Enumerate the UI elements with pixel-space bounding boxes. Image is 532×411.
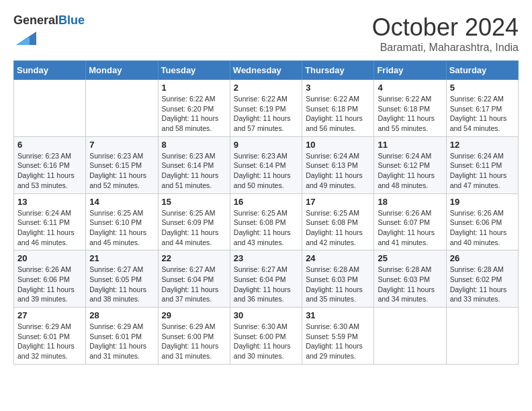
day-number: 13 (17, 197, 82, 207)
calendar-cell: 3Sunrise: 6:22 AM Sunset: 6:18 PM Daylig… (302, 80, 374, 137)
day-number: 8 (162, 140, 226, 150)
day-info: Sunrise: 6:24 AM Sunset: 6:11 PM Dayligh… (17, 208, 82, 248)
calendar-cell: 26Sunrise: 6:28 AM Sunset: 6:02 PM Dayli… (446, 250, 518, 308)
day-info: Sunrise: 6:25 AM Sunset: 6:09 PM Dayligh… (162, 208, 226, 248)
day-info: Sunrise: 6:24 AM Sunset: 6:12 PM Dayligh… (378, 151, 442, 191)
calendar-cell (14, 80, 86, 137)
day-number: 14 (89, 197, 154, 207)
page-header: GeneralBlue October 2024 Baramati, Mahar… (13, 13, 519, 54)
day-info: Sunrise: 6:23 AM Sunset: 6:14 PM Dayligh… (162, 151, 226, 191)
day-info: Sunrise: 6:26 AM Sunset: 6:07 PM Dayligh… (378, 208, 442, 248)
calendar-cell: 22Sunrise: 6:27 AM Sunset: 6:04 PM Dayli… (158, 250, 230, 308)
day-number: 18 (378, 197, 442, 207)
day-number: 2 (234, 83, 298, 93)
logo-blue: Blue (58, 13, 85, 27)
calendar-cell: 18Sunrise: 6:26 AM Sunset: 6:07 PM Dayli… (374, 193, 446, 250)
calendar-cell: 31Sunrise: 6:30 AM Sunset: 5:59 PM Dayli… (302, 308, 374, 365)
calendar-cell: 7Sunrise: 6:23 AM Sunset: 6:15 PM Daylig… (86, 136, 158, 193)
day-info: Sunrise: 6:30 AM Sunset: 6:00 PM Dayligh… (234, 322, 298, 361)
day-number: 1 (162, 83, 226, 93)
header-wednesday: Wednesday (230, 61, 302, 80)
day-number: 12 (450, 140, 515, 150)
day-number: 7 (89, 140, 154, 150)
calendar-cell (374, 308, 446, 365)
calendar-cell: 2Sunrise: 6:22 AM Sunset: 6:19 PM Daylig… (230, 80, 302, 137)
day-info: Sunrise: 6:28 AM Sunset: 6:02 PM Dayligh… (450, 265, 515, 304)
day-number: 20 (17, 253, 82, 263)
day-number: 29 (162, 310, 226, 320)
calendar-header-row: SundayMondayTuesdayWednesdayThursdayFrid… (14, 61, 519, 80)
calendar-week-row: 1Sunrise: 6:22 AM Sunset: 6:20 PM Daylig… (14, 80, 519, 137)
calendar-cell: 12Sunrise: 6:24 AM Sunset: 6:11 PM Dayli… (446, 136, 518, 193)
calendar-cell: 6Sunrise: 6:23 AM Sunset: 6:16 PM Daylig… (14, 136, 86, 193)
calendar-week-row: 6Sunrise: 6:23 AM Sunset: 6:16 PM Daylig… (14, 136, 519, 193)
day-number: 15 (162, 197, 226, 207)
day-info: Sunrise: 6:22 AM Sunset: 6:18 PM Dayligh… (378, 94, 442, 134)
day-number: 23 (234, 253, 298, 263)
day-number: 30 (234, 310, 298, 320)
day-number: 17 (306, 197, 370, 207)
calendar-week-row: 20Sunrise: 6:26 AM Sunset: 6:06 PM Dayli… (14, 250, 519, 308)
title-block: October 2024 Baramati, Maharashtra, Indi… (372, 13, 519, 54)
header-monday: Monday (86, 61, 158, 80)
logo-general: General (13, 13, 58, 27)
day-info: Sunrise: 6:22 AM Sunset: 6:18 PM Dayligh… (306, 94, 370, 134)
day-number: 25 (378, 253, 442, 263)
calendar-cell: 1Sunrise: 6:22 AM Sunset: 6:20 PM Daylig… (158, 80, 230, 137)
calendar-cell: 10Sunrise: 6:24 AM Sunset: 6:13 PM Dayli… (302, 136, 374, 193)
day-number: 21 (89, 253, 154, 263)
day-info: Sunrise: 6:30 AM Sunset: 5:59 PM Dayligh… (306, 322, 370, 361)
day-info: Sunrise: 6:22 AM Sunset: 6:19 PM Dayligh… (234, 94, 298, 134)
calendar-cell: 21Sunrise: 6:27 AM Sunset: 6:05 PM Dayli… (86, 250, 158, 308)
day-info: Sunrise: 6:29 AM Sunset: 6:01 PM Dayligh… (89, 322, 154, 361)
calendar-cell: 30Sunrise: 6:30 AM Sunset: 6:00 PM Dayli… (230, 308, 302, 365)
day-info: Sunrise: 6:28 AM Sunset: 6:03 PM Dayligh… (378, 265, 442, 304)
day-info: Sunrise: 6:23 AM Sunset: 6:14 PM Dayligh… (234, 151, 298, 191)
calendar-cell: 28Sunrise: 6:29 AM Sunset: 6:01 PM Dayli… (86, 308, 158, 365)
logo: GeneralBlue (13, 13, 85, 51)
calendar-cell: 25Sunrise: 6:28 AM Sunset: 6:03 PM Dayli… (374, 250, 446, 308)
day-number: 16 (234, 197, 298, 207)
day-number: 6 (17, 140, 82, 150)
day-number: 4 (378, 83, 442, 93)
header-sunday: Sunday (14, 61, 86, 80)
header-friday: Friday (374, 61, 446, 80)
day-info: Sunrise: 6:27 AM Sunset: 6:04 PM Dayligh… (234, 265, 298, 304)
day-info: Sunrise: 6:28 AM Sunset: 6:03 PM Dayligh… (306, 265, 370, 304)
calendar-cell: 5Sunrise: 6:22 AM Sunset: 6:17 PM Daylig… (446, 80, 518, 137)
day-info: Sunrise: 6:29 AM Sunset: 6:01 PM Dayligh… (17, 322, 82, 361)
calendar-cell: 13Sunrise: 6:24 AM Sunset: 6:11 PM Dayli… (14, 193, 86, 250)
day-info: Sunrise: 6:27 AM Sunset: 6:05 PM Dayligh… (89, 265, 154, 304)
calendar-week-row: 27Sunrise: 6:29 AM Sunset: 6:01 PM Dayli… (14, 308, 519, 365)
calendar-cell: 14Sunrise: 6:25 AM Sunset: 6:10 PM Dayli… (86, 193, 158, 250)
day-info: Sunrise: 6:27 AM Sunset: 6:04 PM Dayligh… (162, 265, 226, 304)
day-info: Sunrise: 6:26 AM Sunset: 6:06 PM Dayligh… (17, 265, 82, 304)
calendar-cell (446, 308, 518, 365)
calendar-cell: 19Sunrise: 6:26 AM Sunset: 6:06 PM Dayli… (446, 193, 518, 250)
day-info: Sunrise: 6:25 AM Sunset: 6:10 PM Dayligh… (89, 208, 154, 248)
day-number: 3 (306, 83, 370, 93)
day-info: Sunrise: 6:24 AM Sunset: 6:13 PM Dayligh… (306, 151, 370, 191)
month-title: October 2024 (372, 13, 519, 42)
calendar-table: SundayMondayTuesdayWednesdayThursdayFrid… (13, 60, 519, 365)
day-number: 10 (306, 140, 370, 150)
day-info: Sunrise: 6:25 AM Sunset: 6:08 PM Dayligh… (234, 208, 298, 248)
calendar-cell: 17Sunrise: 6:25 AM Sunset: 6:08 PM Dayli… (302, 193, 374, 250)
calendar-cell: 20Sunrise: 6:26 AM Sunset: 6:06 PM Dayli… (14, 250, 86, 308)
logo-icon (16, 28, 36, 48)
location: Baramati, Maharashtra, India (372, 42, 519, 54)
calendar-cell: 15Sunrise: 6:25 AM Sunset: 6:09 PM Dayli… (158, 193, 230, 250)
day-number: 19 (450, 197, 515, 207)
day-number: 5 (450, 83, 515, 93)
calendar-cell: 23Sunrise: 6:27 AM Sunset: 6:04 PM Dayli… (230, 250, 302, 308)
day-number: 11 (378, 140, 442, 150)
day-info: Sunrise: 6:23 AM Sunset: 6:16 PM Dayligh… (17, 151, 82, 191)
calendar-cell: 4Sunrise: 6:22 AM Sunset: 6:18 PM Daylig… (374, 80, 446, 137)
calendar-cell: 16Sunrise: 6:25 AM Sunset: 6:08 PM Dayli… (230, 193, 302, 250)
calendar-cell: 11Sunrise: 6:24 AM Sunset: 6:12 PM Dayli… (374, 136, 446, 193)
day-info: Sunrise: 6:22 AM Sunset: 6:20 PM Dayligh… (162, 94, 226, 134)
calendar-cell: 29Sunrise: 6:29 AM Sunset: 6:00 PM Dayli… (158, 308, 230, 365)
header-tuesday: Tuesday (158, 61, 230, 80)
day-info: Sunrise: 6:26 AM Sunset: 6:06 PM Dayligh… (450, 208, 515, 248)
day-number: 22 (162, 253, 226, 263)
